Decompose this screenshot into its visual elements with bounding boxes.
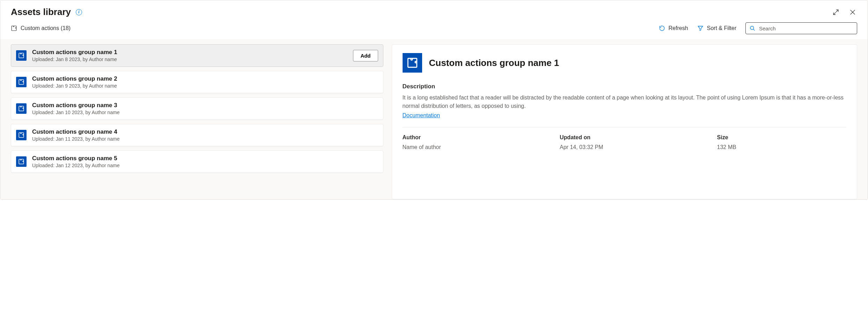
filter-icon xyxy=(697,25,704,31)
list-item-body: Custom actions group name 5 Uploaded: Ja… xyxy=(32,155,378,168)
refresh-label: Refresh xyxy=(669,25,688,31)
list-item-meta: Uploaded: Jan 10 2023, by Author name xyxy=(32,110,378,115)
puzzle-icon xyxy=(16,103,27,114)
page-title: Assets library xyxy=(11,7,71,17)
add-button[interactable]: Add xyxy=(353,50,378,61)
list-item-meta: Uploaded: Jan 9 2023, by Author name xyxy=(32,83,378,89)
info-icon[interactable]: i xyxy=(76,9,82,15)
expand-icon[interactable] xyxy=(831,8,840,17)
search-field[interactable] xyxy=(745,22,857,34)
sort-filter-label: Sort & Filter xyxy=(707,25,736,31)
sort-filter-button[interactable]: Sort & Filter xyxy=(697,25,736,31)
list-item[interactable]: Custom actions group name 3 Uploaded: Ja… xyxy=(11,97,383,120)
list-item[interactable]: Custom actions group name 2 Uploaded: Ja… xyxy=(11,71,383,93)
list-item-title: Custom actions group name 4 xyxy=(32,128,378,135)
list-item-meta: Uploaded: Jan 11 2023, by Author name xyxy=(32,136,378,142)
list-item-body: Custom actions group name 1 Uploaded: Ja… xyxy=(32,49,347,62)
puzzle-icon xyxy=(11,25,17,31)
documentation-link[interactable]: Documentation xyxy=(403,112,440,119)
updated-value: Apr 14, 03:32 PM xyxy=(560,144,689,150)
size-label: Size xyxy=(717,134,846,141)
refresh-icon xyxy=(659,25,665,31)
list-item[interactable]: Custom actions group name 5 Uploaded: Ja… xyxy=(11,150,383,173)
list-item[interactable]: Custom actions group name 4 Uploaded: Ja… xyxy=(11,124,383,146)
description-label: Description xyxy=(403,83,846,90)
size-value: 132 MB xyxy=(717,144,846,150)
puzzle-icon xyxy=(16,130,27,140)
list-item-title: Custom actions group name 1 xyxy=(32,49,347,56)
updated-cell: Updated on Apr 14, 03:32 PM xyxy=(560,134,689,150)
puzzle-icon xyxy=(16,77,27,87)
list-item-title: Custom actions group name 5 xyxy=(32,155,378,162)
puzzle-icon xyxy=(403,53,422,73)
list-item-meta: Uploaded: Jan 8 2023, by Author name xyxy=(32,57,347,62)
description-text: It is a long established fact that a rea… xyxy=(403,94,846,110)
list-item-meta: Uploaded: Jan 12 2023, by Author name xyxy=(32,163,378,168)
content-area: Custom actions group name 1 Uploaded: Ja… xyxy=(0,39,868,199)
close-icon[interactable] xyxy=(848,8,857,17)
detail-title: Custom actions group name 1 xyxy=(429,58,559,68)
category-label: Custom actions (18) xyxy=(21,25,71,31)
puzzle-icon xyxy=(16,156,27,167)
search-icon xyxy=(749,25,756,31)
header-right xyxy=(831,8,857,17)
list-item-body: Custom actions group name 2 Uploaded: Ja… xyxy=(32,75,378,89)
toolbar: Custom actions (18) Refresh Sort & Filte… xyxy=(0,21,868,39)
size-cell: Size 132 MB xyxy=(717,134,846,150)
list-item-title: Custom actions group name 2 xyxy=(32,75,378,82)
updated-label: Updated on xyxy=(560,134,689,141)
toolbar-left: Custom actions (18) xyxy=(11,25,71,31)
author-label: Author xyxy=(403,134,532,141)
list-item-title: Custom actions group name 3 xyxy=(32,102,378,109)
detail-panel: Custom actions group name 1 Description … xyxy=(392,44,857,199)
toolbar-right: Refresh Sort & Filter xyxy=(659,22,858,34)
detail-meta-row: Author Name of author Updated on Apr 14,… xyxy=(403,127,846,150)
search-input[interactable] xyxy=(759,25,853,31)
detail-header: Custom actions group name 1 xyxy=(403,53,846,73)
list-item[interactable]: Custom actions group name 1 Uploaded: Ja… xyxy=(11,44,383,67)
refresh-button[interactable]: Refresh xyxy=(659,25,688,31)
author-cell: Author Name of author xyxy=(403,134,532,150)
assets-library-panel: Assets library i Custom actions (18) xyxy=(0,0,868,200)
panel-header: Assets library i xyxy=(0,0,868,21)
list-item-body: Custom actions group name 4 Uploaded: Ja… xyxy=(32,128,378,142)
puzzle-icon xyxy=(16,50,27,61)
list-item-body: Custom actions group name 3 Uploaded: Ja… xyxy=(32,102,378,115)
header-left: Assets library i xyxy=(11,7,82,17)
list-column: Custom actions group name 1 Uploaded: Ja… xyxy=(11,39,383,199)
author-value: Name of author xyxy=(403,144,532,150)
